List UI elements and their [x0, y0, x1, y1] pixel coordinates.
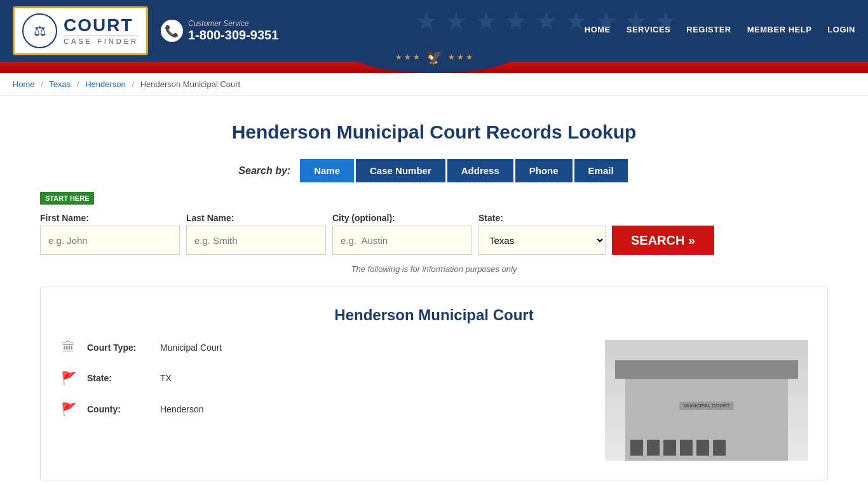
breadcrumb-texas[interactable]: Texas: [49, 79, 71, 89]
nav-member-help[interactable]: MEMBER HELP: [747, 25, 812, 37]
site-logo[interactable]: ⚖ COURT CASE FINDER: [13, 6, 148, 55]
breadcrumb-sep-2: /: [77, 79, 79, 89]
tab-case-number[interactable]: Case Number: [356, 159, 445, 182]
building-window: [713, 440, 726, 456]
tab-address[interactable]: Address: [447, 159, 513, 182]
last-name-input[interactable]: [186, 226, 326, 255]
city-group: City (optional):: [332, 213, 472, 255]
phone-number: 1-800-309-9351: [188, 28, 278, 43]
county-value: Henderson: [160, 404, 204, 414]
county-row: 🚩 County: Henderson: [60, 402, 580, 417]
eagle-icon: 🦅: [426, 49, 443, 65]
building-window: [680, 440, 693, 456]
building-sign: MUNICIPAL COURT: [679, 402, 733, 410]
last-name-label: Last Name:: [186, 213, 326, 223]
court-card: Henderson Municipal Court 🏛 Court Type: …: [40, 287, 828, 480]
logo-emblem-icon: ⚖: [22, 13, 57, 48]
court-building-image: MUNICIPAL COURT: [605, 340, 808, 461]
phone-box: 📞 Customer Service 1-800-309-9351: [161, 19, 278, 43]
phone-icon: 📞: [161, 20, 183, 42]
building-body: MUNICIPAL COURT: [625, 376, 788, 461]
breadcrumb-sep-3: /: [132, 79, 134, 89]
search-section: Search by: Name Case Number Address Phon…: [40, 159, 828, 274]
county-label: County:: [87, 404, 151, 414]
logo-court-text: COURT: [64, 17, 139, 34]
info-note: The following is for information purpose…: [40, 264, 828, 274]
stars-right: ★ ★ ★: [448, 53, 473, 62]
search-by-label: Search by:: [238, 165, 290, 177]
wave-center-emblem: ★ ★ ★ 🦅 ★ ★ ★: [351, 41, 517, 73]
breadcrumb-home[interactable]: Home: [13, 79, 35, 89]
tab-name[interactable]: Name: [300, 159, 354, 182]
tab-phone[interactable]: Phone: [515, 159, 573, 182]
start-here-badge: START HERE: [40, 192, 94, 205]
court-type-icon: 🏛: [60, 340, 78, 355]
state-icon: 🚩: [60, 370, 78, 386]
state-label: State:: [478, 213, 606, 223]
breadcrumb-current: Henderson Municipal Court: [140, 79, 241, 89]
last-name-group: Last Name:: [186, 213, 326, 255]
search-by-row: Search by: Name Case Number Address Phon…: [40, 159, 828, 182]
court-card-title: Henderson Municipal Court: [60, 306, 808, 324]
tab-email[interactable]: Email: [574, 159, 628, 182]
nav-services[interactable]: SERVICES: [627, 25, 671, 37]
nav-register[interactable]: REGISTER: [686, 25, 731, 37]
search-form-row: First Name: Last Name: City (optional): …: [40, 213, 644, 255]
first-name-input[interactable]: [40, 226, 180, 255]
state-select[interactable]: Texas Alabama Alaska Arizona Arkansas Ca…: [478, 226, 606, 255]
building-roof: [615, 360, 798, 379]
building-window: [696, 440, 709, 456]
main-content: Henderson Municipal Court Records Lookup…: [27, 96, 841, 488]
main-nav: HOME SERVICES REGISTER MEMBER HELP LOGIN: [585, 25, 855, 37]
stars-left: ★ ★ ★: [395, 53, 421, 62]
building-window: [647, 440, 660, 456]
building-window: [630, 440, 643, 456]
court-type-label: Court Type:: [87, 342, 151, 353]
county-icon: 🚩: [60, 402, 78, 417]
breadcrumb: Home / Texas / Henderson / Henderson Mun…: [0, 73, 868, 96]
city-input[interactable]: [332, 226, 472, 255]
court-type-value: Municipal Court: [160, 342, 222, 353]
building-window: [663, 440, 676, 456]
breadcrumb-sep-1: /: [41, 79, 43, 89]
state-group: State: Texas Alabama Alaska Arizona Arka…: [478, 213, 606, 255]
search-button[interactable]: SEARCH »: [612, 226, 714, 255]
court-details: 🏛 Court Type: Municipal Court 🚩 State: T…: [60, 340, 580, 461]
state-label-detail: State:: [87, 373, 151, 383]
state-value: TX: [160, 373, 172, 383]
wave-banner: ★ ★ ★ 🦅 ★ ★ ★: [0, 62, 868, 73]
logo-case-finder-text: CASE FINDER: [64, 36, 139, 45]
court-type-row: 🏛 Court Type: Municipal Court: [60, 340, 580, 355]
customer-service-label: Customer Service: [188, 19, 278, 28]
city-label: City (optional):: [332, 213, 472, 223]
court-info: 🏛 Court Type: Municipal Court 🚩 State: T…: [60, 340, 808, 461]
nav-home[interactable]: HOME: [585, 25, 611, 37]
nav-login[interactable]: LOGIN: [827, 25, 855, 37]
state-row: 🚩 State: TX: [60, 370, 580, 386]
breadcrumb-henderson[interactable]: Henderson: [85, 79, 126, 89]
page-title: Henderson Municipal Court Records Lookup: [40, 121, 828, 143]
first-name-label: First Name:: [40, 213, 180, 223]
first-name-group: First Name:: [40, 213, 180, 255]
